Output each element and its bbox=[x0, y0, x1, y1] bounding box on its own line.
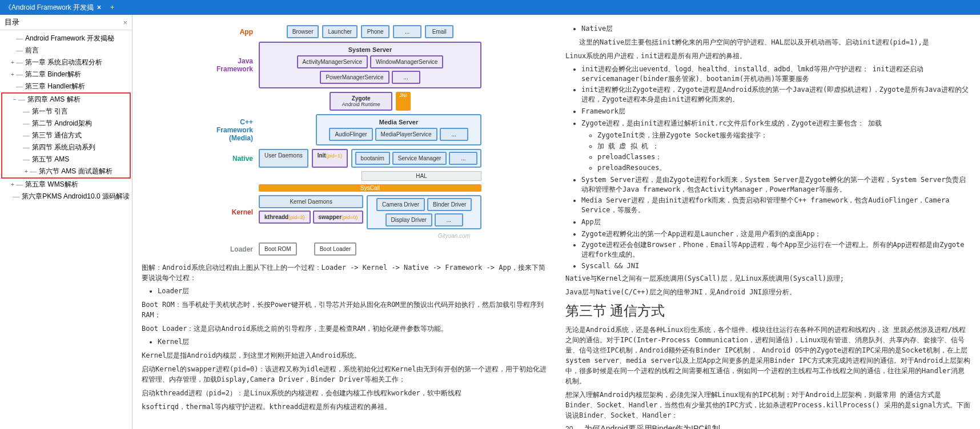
diagram-box: Service Manager bbox=[392, 152, 447, 165]
diagram-box: ActivityManagerService bbox=[297, 55, 368, 68]
close-icon[interactable]: × bbox=[123, 18, 127, 27]
diagram-box: swapper(pid=0) bbox=[313, 211, 364, 224]
zygote-box: Zygote Android Runtime bbox=[330, 92, 392, 111]
list-item: Media Server进程，是由init进程fork而来，负责启动和管理整个C… bbox=[581, 196, 971, 215]
diagram-box: ... bbox=[393, 25, 421, 38]
document-tab[interactable]: 《Android Framework 开发揭 × bbox=[0, 1, 106, 15]
diagram-box: ... bbox=[440, 128, 468, 141]
list-item: init进程孵化出Zygote进程，Zygote进程是Android系统的第一个… bbox=[581, 85, 971, 104]
diagram-box: Email bbox=[425, 25, 453, 38]
list-item: init进程会孵化出ueventd、logd、healthd、installd、… bbox=[581, 64, 971, 84]
toc-item[interactable]: —第四节 系统启动系列 bbox=[2, 141, 130, 153]
toc-item[interactable]: +—第六节 AMS 面试题解析 bbox=[2, 165, 130, 177]
section-heading: Framework层 bbox=[581, 107, 971, 116]
media-server-wrap: Media Server AudioFlinger MediaPlayerSer… bbox=[316, 114, 481, 145]
body-text: 图解：Android系统启动过程由上图从下往上的一个过程：Loader -> K… bbox=[142, 262, 547, 283]
subsection-title: 为何Android要采用Binder作为IPC机制 bbox=[584, 424, 720, 429]
layer-label: Kernel bbox=[207, 208, 259, 216]
body-text: Boot ROM：当手机处于关机状态时，长按Power键开机，引导芯片开始从固化… bbox=[142, 300, 547, 320]
diagram-box: Launcher bbox=[322, 25, 358, 38]
body-text: Linux系统的用户进程，init进程是所有用户进程的鼻祖。 bbox=[565, 51, 971, 61]
diagram-box: Browser bbox=[287, 25, 319, 38]
architecture-diagram: App Browser Launcher Phone ... Email Jav… bbox=[207, 25, 481, 256]
body-text: ksoftirqd，thermal等内核守护进程。kthreadd进程是所有内核… bbox=[142, 402, 547, 412]
layer-label: C++ Framework (Media) bbox=[207, 118, 259, 142]
tab-title: 《Android Framework 开发揭 bbox=[5, 3, 94, 13]
diagram-box: Camera Driver bbox=[376, 198, 425, 211]
diagram-box: ... bbox=[449, 152, 477, 165]
layer-label: Loader bbox=[207, 245, 259, 253]
layer-label: Native bbox=[207, 155, 259, 163]
list-item: Zygote进程还会创建Browser，Phone，Email等App进程，每个… bbox=[581, 240, 971, 260]
toc-item[interactable]: −—第四章 AMS 解析 bbox=[2, 94, 130, 106]
body-text: Boot Loader：这是启动Android系统之前的引导程序，主要是检查RA… bbox=[142, 323, 547, 334]
list-item: System Server进程，是由Zygote进程fork而来，System … bbox=[581, 175, 971, 195]
layer-label: Java Framework bbox=[207, 57, 259, 73]
page-left: App Browser Launcher Phone ... Email Jav… bbox=[132, 15, 556, 429]
body-text: Kernel层是指Android内核层，到这里才刚刚开始进入Android系统。 bbox=[142, 350, 547, 361]
toc-sidebar: 目录 × —Android Framework 开发揭秘 —前言 +—第一章 系… bbox=[0, 15, 132, 429]
diagram-box: PowerManagerService bbox=[320, 71, 389, 84]
list-item: Zygote进程，是由init进程通过解析init.rc文件后fork生成的，Z… bbox=[581, 119, 971, 128]
toc-tree: —Android Framework 开发揭秘 —前言 +—第一章 系统启动流程… bbox=[0, 30, 132, 205]
toc-item[interactable]: —第二节 Android架构 bbox=[2, 118, 130, 129]
collapse-icon[interactable]: − bbox=[11, 96, 18, 103]
section-heading: Kernel层 bbox=[158, 337, 547, 347]
expand-icon[interactable]: + bbox=[9, 181, 16, 188]
watermark: Gityuan.com bbox=[207, 233, 470, 239]
expand-icon[interactable]: + bbox=[9, 59, 16, 66]
toc-item[interactable]: —第五节 AMS bbox=[2, 153, 130, 165]
diagram-box: ... bbox=[435, 213, 463, 226]
page-right: Native层 这里的Native层主要包括init孵化来的用户空间的守护进程、… bbox=[556, 15, 980, 429]
diagram-box: bootanim bbox=[355, 152, 390, 165]
syscall-bar: SysCall bbox=[259, 184, 481, 192]
toc-item[interactable]: —Android Framework 开发揭秘 bbox=[0, 33, 132, 44]
section-heading: App层 bbox=[581, 217, 971, 227]
list-item: 加 载 虚 拟 机 ； bbox=[597, 141, 971, 151]
close-icon[interactable]: × bbox=[97, 3, 101, 11]
section-heading: Native层 bbox=[581, 24, 971, 34]
list-item: ZygoteInit类，注册Zygote Socket服务端套接字； bbox=[597, 131, 971, 140]
toc-current-chapter: −—第四章 AMS 解析 —第一节 引言 —第二节 Android架构 —第三节… bbox=[1, 92, 131, 179]
toc-item[interactable]: —第三章 Handler解析 bbox=[0, 80, 132, 92]
layer-label: App bbox=[207, 28, 259, 36]
diagram-box: AudioFlinger bbox=[329, 128, 372, 141]
toc-title: 目录 bbox=[5, 17, 19, 27]
jni-label: JNI bbox=[396, 92, 411, 111]
body-text: Java层与Native(C/C++)层之间的纽带JNI，见Android JN… bbox=[565, 287, 971, 297]
hal-bar: HAL bbox=[362, 171, 481, 181]
init-box: Init(pid=1) bbox=[312, 149, 348, 168]
tab-bar: 《Android Framework 开发揭 × + bbox=[0, 0, 980, 15]
toc-item[interactable]: —前言 bbox=[0, 44, 132, 56]
add-tab-button[interactable]: + bbox=[106, 1, 119, 14]
list-item: preloadClasses； bbox=[597, 152, 971, 162]
diagram-box: Boot Loader bbox=[314, 242, 357, 256]
system-server-wrap: System Server ActivityManagerService Win… bbox=[259, 42, 481, 88]
diagram-box: Phone bbox=[361, 25, 389, 38]
toc-item[interactable]: +—第五章 WMS解析 bbox=[0, 179, 132, 191]
diagram-box: Binder Driver bbox=[427, 198, 472, 211]
body-text: Native与Kernel之间有一层系统调用(SysCall)层，见Linux系… bbox=[565, 273, 971, 284]
body-text: 启动Kernel的swapper进程(pid=0)：该进程又称为idle进程，系… bbox=[142, 364, 547, 385]
toc-item[interactable]: —第一节 引言 bbox=[2, 106, 130, 118]
section-heading: Syscall && JNI bbox=[581, 262, 971, 270]
diagram-box: WindowManagerService bbox=[370, 55, 443, 68]
diagram-box: MediaPlayerService bbox=[375, 128, 437, 141]
toc-item[interactable]: +—第二章 Binder解析 bbox=[0, 68, 132, 80]
toc-item[interactable]: —第六章PKMS Android10.0 源码解读 bbox=[0, 191, 132, 203]
document-content: App Browser Launcher Phone ... Email Jav… bbox=[132, 15, 980, 429]
section-heading: Loader层 bbox=[158, 286, 547, 296]
list-item: Zygote进程孵化出的第一个App进程是Launcher，这是用户看到的桌面A… bbox=[581, 229, 971, 239]
diagram-box: Boot ROM bbox=[259, 242, 297, 256]
toc-item[interactable]: +—第一章 系统启动流程分析 bbox=[0, 56, 132, 68]
section-title: 第三节 通信方式 bbox=[565, 302, 971, 320]
body-text: 想深入理解Android内核层架构，必须先深入理解Linux现有的IPC机制；对… bbox=[565, 390, 971, 420]
diagram-box: ... bbox=[392, 71, 420, 84]
expand-icon[interactable]: + bbox=[9, 71, 16, 78]
body-text: 无论是Android系统，还是各种Linux衍生系统，各个组件、模块往往运行在各… bbox=[565, 325, 971, 386]
diagram-box: kthreadd(pid=2) bbox=[259, 211, 311, 224]
body-text: 这里的Native层主要包括init孵化来的用户空间的守护进程、HAL层以及开机… bbox=[565, 37, 971, 47]
diagram-box: Kernel Daemons bbox=[259, 195, 363, 208]
toc-item[interactable]: —第三节 通信方式 bbox=[2, 129, 130, 141]
expand-icon[interactable]: + bbox=[23, 168, 30, 175]
